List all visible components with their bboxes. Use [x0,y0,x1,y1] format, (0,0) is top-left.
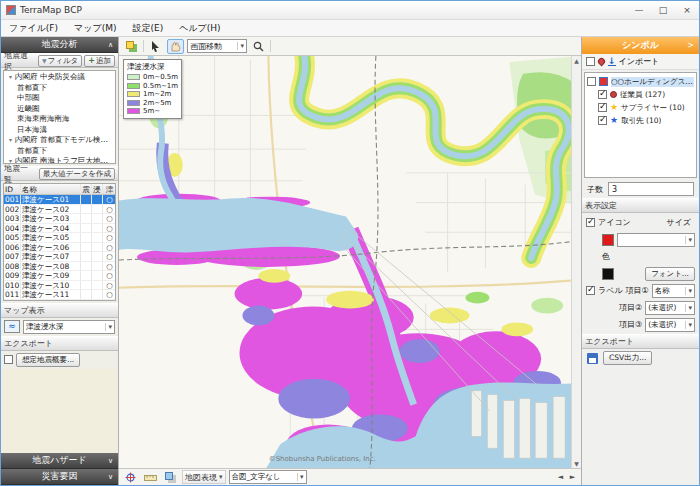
pan-tool-button[interactable] [167,39,184,54]
label-color-swatch[interactable] [602,268,614,280]
title-bar: TerraMap BCP — □ × [1,1,699,20]
panel-header-label: 地震分析 [42,38,78,51]
table-row[interactable]: 010津波ケース10○ [4,281,115,291]
checkbox[interactable] [587,77,596,86]
legend-swatch [127,74,140,80]
table-row[interactable]: 011津波ケース11○ [4,290,115,300]
scroll-right-icon[interactable]: ► [567,473,578,481]
import-button[interactable]: インポート [619,56,660,67]
panel-header-disaster-factors[interactable]: 災害要因 ∨ [1,469,118,485]
layer-list-button[interactable] [162,470,179,485]
font-button[interactable]: フォント... [645,267,695,281]
menu-help[interactable]: ヘルプ(H) [171,20,228,36]
item3-dropdown[interactable]: (未選択) [645,318,695,332]
zoom-tool-button[interactable] [250,39,267,54]
icon-color-swatch[interactable] [602,234,614,246]
table-row[interactable]: 005津波ケース05○ [4,233,115,243]
measure-button[interactable] [142,470,159,485]
map-style-dropdown[interactable]: 合図_文字なし [229,470,307,484]
filter-button[interactable]: フィルタ [38,55,82,67]
map-style-category-dropdown[interactable]: 地図表現 [182,470,226,484]
menu-settings[interactable]: 設定(E) [124,20,171,36]
color-label: 色 [602,251,610,262]
map-graphic[interactable] [119,56,581,468]
hand-icon [170,41,181,52]
horizontal-scrollbar[interactable]: ◄ ► [555,473,578,481]
export-label-right: エクスポート [585,336,634,347]
plus-icon [88,56,95,65]
legend-swatch [127,91,140,97]
tree-item[interactable]: 近畿圏 [4,104,115,115]
export-label-left: エクスポート [4,338,53,349]
add-button[interactable]: 追加 [84,55,115,67]
map-mode-dropdown[interactable]: 画面移動 [187,39,247,53]
symbol-group-employees[interactable]: 従業員 (127) [587,88,694,101]
checkbox[interactable] [598,116,607,125]
app-window: TerraMap BCP — □ × ファイル(F) マップ(M) 設定(E) … [0,0,700,486]
table-row[interactable]: 009津波ケース09○ [4,271,115,281]
checkbox[interactable] [598,103,607,112]
maximize-button[interactable]: □ [651,1,675,19]
symbol-group-clients[interactable]: 取引先 (10) [587,114,694,127]
item1-dropdown[interactable]: 名称 [652,284,695,298]
toolbar-separator [143,40,144,52]
table-row[interactable]: 007津波ケース07○ [4,252,115,262]
label-checkbox[interactable] [586,286,595,295]
blue-star-icon [610,116,618,125]
csv-export-button[interactable]: CSV出力... [603,351,652,365]
item2-dropdown[interactable]: (未選択) [645,301,695,315]
tree-item[interactable]: 首都直下 [4,83,115,94]
panel-header-earthquake-analysis[interactable]: 地震分析 ∧ [1,37,118,53]
locate-button[interactable] [122,470,139,485]
symbol-group-holdings[interactable]: ○○ホールディングス (1) [587,75,694,88]
expander-icon[interactable]: ▾ [6,135,15,146]
import-row: インポート [582,54,699,70]
tree-item[interactable]: ▾内閣府 中央防災会議 [4,72,115,83]
vertical-scrollbar[interactable]: ▲ ▼ [571,56,581,468]
tree-item[interactable]: 日本海溝 [4,125,115,136]
tree-item[interactable]: 中部圏 [4,93,115,104]
export-checkbox[interactable] [4,355,13,364]
table-row[interactable]: 002津波ケース02○ [4,205,115,215]
map-bottom-toolbar: 地図表現 合図_文字なし ◄ ► [119,468,581,485]
create-max-data-button[interactable]: 最大値データを作成 [39,168,115,180]
scroll-down-icon[interactable]: ▼ [574,460,579,467]
map-viewport[interactable]: 津波浸水深 0m~0.5m 0.5m~1m 1m~2m 2m~5m 5m~ ©S… [119,56,581,468]
scroll-left-icon[interactable]: ◄ [555,473,566,481]
size-dropdown[interactable] [617,233,695,247]
magnifier-icon [253,41,264,52]
menu-file[interactable]: ファイル(F) [1,20,66,36]
map-display-dropdown[interactable]: 津波浸水深 [23,320,115,334]
minimize-button[interactable]: — [627,1,651,19]
map-pin-icon [597,57,607,67]
legend-swatch [127,83,140,89]
select-tool-button[interactable] [147,39,164,54]
panel-header-symbol[interactable]: シンボル > [582,37,699,54]
earthquake-summary-button[interactable]: 想定地震概要... [16,353,80,367]
child-count-input[interactable]: 3 [608,182,694,196]
close-button[interactable]: × [675,1,699,19]
layers-icon [165,472,173,480]
symbol-root-checkbox[interactable] [586,57,595,66]
size-label: サイズ [666,217,695,228]
window-controls: — □ × [627,1,699,19]
icon-checkbox[interactable] [586,218,595,227]
label-label: ラベル [598,285,623,296]
right-panel-filler [582,367,699,485]
symbol-panel: シンボル > インポート ○○ホールディングス (1) 従業員 (127 [581,37,699,485]
tree-item[interactable]: 東海東南海南海 [4,114,115,125]
table-row[interactable]: 004津波ケース04○ [4,224,115,234]
legend-toggle-button[interactable] [123,39,140,54]
tree-item[interactable]: 首都直下 [4,146,115,157]
table-row[interactable]: 003津波ケース03○ [4,214,115,224]
panel-header-earthquake-hazard[interactable]: 地震ハザード ∨ [1,453,118,469]
tree-item[interactable]: ▾内閣府 首都直下モデル検討会 [4,135,115,146]
scroll-up-icon[interactable]: ▲ [574,57,579,64]
table-row[interactable]: 006津波ケース06○ [4,243,115,253]
symbol-group-suppliers[interactable]: サプライヤー (10) [587,101,694,114]
checkbox[interactable] [598,90,607,99]
menu-map[interactable]: マップ(M) [66,20,124,36]
expander-icon[interactable]: ▾ [6,72,15,83]
table-row-selected[interactable]: 001津波ケース01○ [4,195,115,205]
table-row[interactable]: 008津波ケース08○ [4,262,115,272]
